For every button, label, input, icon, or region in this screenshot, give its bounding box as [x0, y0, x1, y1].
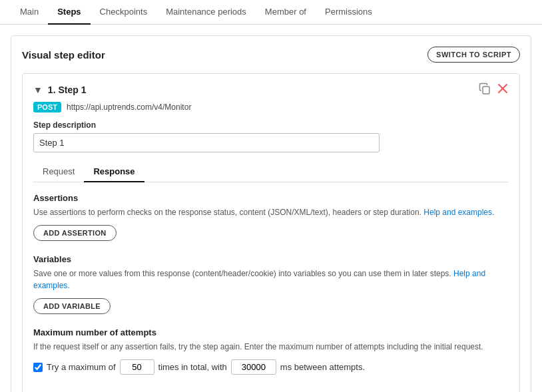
step-title-left: ▼ 1. Step 1 [33, 85, 86, 95]
tab-maintenance-periods[interactable]: Maintenance periods [156, 0, 256, 25]
ms-value-input[interactable] [231, 359, 276, 375]
svg-rect-0 [483, 87, 489, 94]
attempts-row: Try a maximum of times in total, with ms… [33, 359, 509, 375]
assertions-description: Use assertions to perform checks on the … [33, 206, 509, 218]
tab-checkpoints[interactable]: Checkpoints [91, 0, 157, 25]
max-attempts-checkbox[interactable] [33, 363, 43, 372]
collapse-icon[interactable]: ▼ [33, 85, 43, 95]
assertions-section: Assertions Use assertions to perform che… [33, 193, 509, 241]
tab-steps[interactable]: Steps [48, 0, 90, 25]
editor-title: Visual step editor [22, 49, 105, 61]
page-wrapper: Main Steps Checkpoints Maintenance perio… [0, 0, 542, 392]
step-item: ▼ 1. Step 1 [22, 73, 520, 392]
sub-tab-request[interactable]: Request [33, 162, 84, 182]
step-url-row: POST https://api.uptrends.com/v4/Monitor [33, 102, 509, 112]
step-description-input[interactable] [33, 133, 380, 152]
add-variable-button[interactable]: ADD VARIABLE [33, 298, 111, 314]
step-header-row: ▼ 1. Step 1 [33, 82, 509, 98]
step-title: 1. Step 1 [48, 85, 87, 95]
assertions-help-link[interactable]: Help and examples [423, 208, 492, 217]
variables-description: Save one or more values from this respon… [33, 268, 509, 292]
variables-title: Variables [33, 254, 509, 264]
editor-header: Visual step editor SWITCH TO SCRIPT [22, 47, 520, 63]
delete-icon[interactable] [497, 83, 509, 97]
attempts-suffix: ms between attempts. [280, 362, 365, 372]
step-url: https://api.uptrends.com/v4/Monitor [67, 102, 191, 112]
add-assertion-button[interactable]: ADD ASSERTION [33, 225, 117, 241]
attempts-prefix: Try a maximum of [47, 362, 116, 372]
tab-member-of[interactable]: Member of [256, 0, 316, 25]
step-actions [478, 82, 509, 98]
attempts-value-input[interactable] [120, 359, 154, 375]
max-attempts-description: If the request itself or any assertion f… [33, 341, 509, 353]
method-badge: POST [33, 102, 61, 112]
tab-main[interactable]: Main [11, 0, 48, 25]
main-content: Visual step editor SWITCH TO SCRIPT ▼ 1.… [0, 25, 542, 392]
nav-tabs: Main Steps Checkpoints Maintenance perio… [0, 0, 542, 25]
tab-permissions[interactable]: Permissions [316, 0, 382, 25]
sub-tabs: Request Response [33, 162, 509, 182]
variables-section: Variables Save one or more values from t… [33, 254, 509, 314]
attempts-middle: times in total, with [158, 362, 227, 372]
assertions-title: Assertions [33, 193, 509, 203]
step-description-label: Step description [33, 120, 509, 130]
sub-tab-response[interactable]: Response [84, 162, 144, 182]
copy-icon[interactable] [478, 82, 491, 98]
switch-to-script-button[interactable]: SWITCH TO SCRIPT [427, 47, 520, 63]
max-attempts-section: Maximum number of attempts If the reques… [33, 327, 509, 375]
editor-card: Visual step editor SWITCH TO SCRIPT ▼ 1.… [11, 35, 531, 392]
max-attempts-title: Maximum number of attempts [33, 327, 509, 337]
